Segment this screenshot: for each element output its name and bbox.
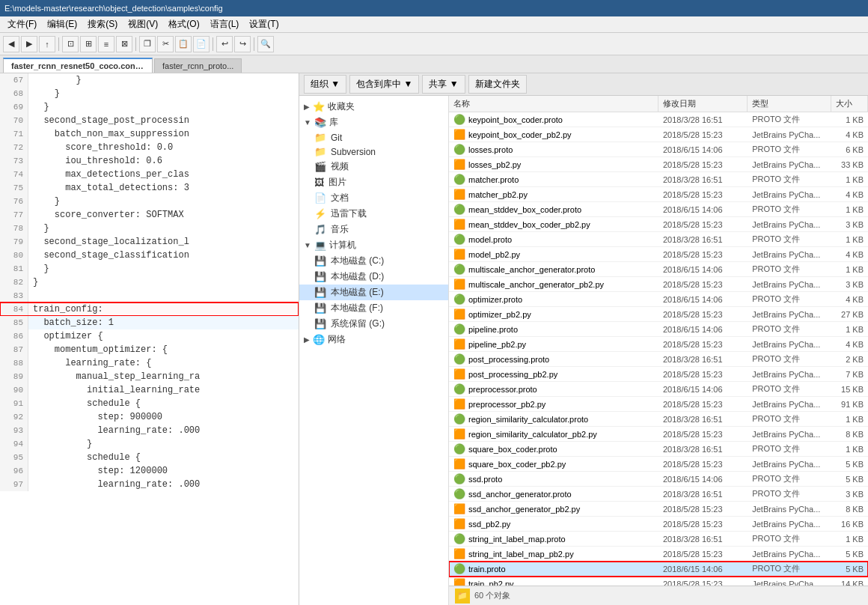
menu-settings[interactable]: 设置(T) bbox=[245, 16, 283, 32]
libraries-header[interactable]: ▼ 📚 库 bbox=[299, 115, 448, 130]
file-type: JetBrains PyCha... bbox=[748, 160, 831, 169]
file-name: 🟧 preprocessor_pb2.py bbox=[449, 398, 658, 410]
tab-2[interactable]: faster_rcnn_proto... bbox=[154, 58, 242, 73]
nav-drive-e[interactable]: 💾 本地磁盘 (E:) bbox=[299, 285, 448, 300]
file-size: 3 KB bbox=[831, 220, 868, 229]
organize-btn[interactable]: 组织 ▼ bbox=[304, 75, 346, 94]
file-row[interactable]: 🟢 optimizer.proto 2018/6/15 14:06 PROTO … bbox=[449, 292, 868, 307]
tab-1[interactable]: faster_rcnn_resnet50_coco.confi... bbox=[3, 58, 153, 73]
toolbar-btn8[interactable]: 📄 bbox=[193, 36, 210, 52]
toolbar-btn1[interactable]: ⊡ bbox=[62, 36, 79, 52]
file-type-icon: 🟢 bbox=[453, 413, 465, 425]
nav-item-images[interactable]: 🖼 图片 bbox=[299, 174, 448, 190]
add-to-lib-btn[interactable]: 包含到库中 ▼ bbox=[349, 75, 419, 94]
file-row[interactable]: 🟢 model.proto 2018/3/28 16:51 PROTO 文件 1… bbox=[449, 232, 868, 247]
favorites-icon: ⭐ bbox=[313, 101, 325, 112]
code-line: 89 manual_step_learning_ra bbox=[0, 370, 299, 383]
favorites-header[interactable]: ▶ ⭐ 收藏夹 bbox=[299, 99, 448, 115]
file-row[interactable]: 🟧 pipeline_pb2.py 2018/5/28 15:23 JetBra… bbox=[449, 337, 868, 352]
line-number: 69 bbox=[0, 100, 28, 114]
file-row[interactable]: 🟧 post_processing_pb2.py 2018/5/28 15:23… bbox=[449, 367, 868, 382]
file-row[interactable]: 🟢 matcher.proto 2018/3/28 16:51 PROTO 文件… bbox=[449, 172, 868, 187]
computer-header[interactable]: ▼ 💻 计算机 bbox=[299, 237, 448, 253]
file-row[interactable]: 🟧 model_pb2.py 2018/5/28 15:23 JetBrains… bbox=[449, 247, 868, 262]
new-folder-btn[interactable]: 新建文件夹 bbox=[468, 75, 527, 94]
file-row[interactable]: 🟧 multiscale_anchor_generator_pb2.py 201… bbox=[449, 277, 868, 292]
toolbar-forward[interactable]: ▶ bbox=[21, 36, 37, 52]
nav-item-music[interactable]: 🎵 音乐 bbox=[299, 222, 448, 237]
line-content: step: 900000 bbox=[28, 410, 162, 424]
file-row[interactable]: 🟢 mean_stddev_box_coder.proto 2018/6/15 … bbox=[449, 202, 868, 217]
file-row[interactable]: 🟢 ssd_anchor_generator.proto 2018/3/28 1… bbox=[449, 487, 868, 502]
file-row[interactable]: 🟢 region_similarity_calculator.proto 201… bbox=[449, 412, 868, 427]
nav-drive-g[interactable]: 💾 系统保留 (G:) bbox=[299, 316, 448, 332]
toolbar-btn6[interactable]: ✂ bbox=[157, 36, 174, 52]
nav-item-docs[interactable]: 📄 文档 bbox=[299, 190, 448, 206]
col-header-type[interactable]: 类型 bbox=[748, 96, 831, 112]
file-name-text: preprocessor.proto bbox=[468, 385, 537, 394]
file-row[interactable]: 🟢 square_box_coder.proto 2018/3/28 16:51… bbox=[449, 442, 868, 457]
file-row[interactable]: 🟧 region_similarity_calculator_pb2.py 20… bbox=[449, 427, 868, 442]
toolbar-btn3[interactable]: ≡ bbox=[98, 36, 114, 52]
toolbar-btn7[interactable]: 📋 bbox=[175, 36, 192, 52]
file-row[interactable]: 🟢 losses.proto 2018/6/15 14:06 PROTO 文件 … bbox=[449, 142, 868, 157]
toolbar-btn5[interactable]: ❐ bbox=[139, 36, 156, 52]
col-header-name[interactable]: 名称 bbox=[449, 96, 658, 112]
nav-item-video[interactable]: 🎬 视频 bbox=[299, 159, 448, 174]
nav-item-git[interactable]: 📁 Git bbox=[299, 130, 448, 145]
toolbar-up[interactable]: ↑ bbox=[39, 36, 55, 52]
file-type: JetBrains PyCha... bbox=[748, 340, 831, 349]
toolbar-btn10[interactable]: ↪ bbox=[234, 36, 251, 52]
file-row[interactable]: 🟢 keypoint_box_coder.proto 2018/3/28 16:… bbox=[449, 112, 868, 127]
file-list-header: 名称 修改日期 类型 大小 bbox=[449, 96, 868, 112]
menu-format[interactable]: 格式(O) bbox=[164, 16, 204, 32]
file-row[interactable]: 🟧 keypoint_box_coder_pb2.py 2018/5/28 15… bbox=[449, 127, 868, 142]
line-number: 68 bbox=[0, 87, 28, 100]
code-line: 82} bbox=[0, 276, 299, 289]
file-row[interactable]: 🟧 preprocessor_pb2.py 2018/5/28 15:23 Je… bbox=[449, 397, 868, 412]
nav-drive-f[interactable]: 💾 本地磁盘 (F:) bbox=[299, 300, 448, 316]
file-row[interactable]: 🟢 pipeline.proto 2018/6/15 14:06 PROTO 文… bbox=[449, 322, 868, 337]
col-header-date[interactable]: 修改日期 bbox=[658, 96, 748, 112]
file-row[interactable]: 🟧 matcher_pb2.py 2018/5/28 15:23 JetBrai… bbox=[449, 187, 868, 202]
file-row[interactable]: 🟧 losses_pb2.py 2018/5/28 15:23 JetBrain… bbox=[449, 157, 868, 172]
file-row[interactable]: 🟧 square_box_coder_pb2.py 2018/5/28 15:2… bbox=[449, 457, 868, 472]
file-row[interactable]: 🟧 mean_stddev_box_coder_pb2.py 2018/5/28… bbox=[449, 217, 868, 232]
file-row[interactable]: 🟢 train.proto 2018/6/15 14:06 PROTO 文件 5… bbox=[449, 562, 868, 577]
line-content: learning_rate: .000 bbox=[28, 424, 200, 437]
menu-edit[interactable]: 编辑(E) bbox=[43, 16, 82, 32]
toolbar-back[interactable]: ◀ bbox=[3, 36, 19, 52]
menu-file[interactable]: 文件(F) bbox=[3, 16, 41, 32]
file-row[interactable]: 🟢 ssd.proto 2018/6/15 14:06 PROTO 文件 5 K… bbox=[449, 472, 868, 487]
subversion-icon: 📁 bbox=[314, 146, 326, 157]
file-name: 🟢 model.proto bbox=[449, 234, 658, 245]
file-row[interactable]: 🟢 multiscale_anchor_generator.proto 2018… bbox=[449, 262, 868, 277]
menu-view[interactable]: 视图(V) bbox=[123, 16, 162, 32]
file-row[interactable]: 🟧 ssd_pb2.py 2018/5/28 15:23 JetBrains P… bbox=[449, 517, 868, 532]
nav-item-xunlei[interactable]: ⚡ 迅雷下载 bbox=[299, 206, 448, 222]
toolbar-btn4[interactable]: ⊠ bbox=[116, 36, 132, 52]
file-row[interactable]: 🟢 preprocessor.proto 2018/6/15 14:06 PRO… bbox=[449, 382, 868, 397]
file-row[interactable]: 🟢 string_int_label_map.proto 2018/3/28 1… bbox=[449, 532, 868, 547]
file-type-icon: 🟢 bbox=[453, 204, 465, 215]
toolbar-btn11[interactable]: 🔍 bbox=[257, 36, 274, 52]
nav-drive-d[interactable]: 💾 本地磁盘 (D:) bbox=[299, 269, 448, 285]
file-row[interactable]: 🟢 post_processing.proto 2018/3/28 16:51 … bbox=[449, 352, 868, 367]
code-line: 97 learning_rate: .000 bbox=[0, 478, 299, 491]
toolbar-btn9[interactable]: ↩ bbox=[216, 36, 233, 52]
file-row[interactable]: 🟧 train_pb2.py 2018/5/28 15:23 JetBrains… bbox=[449, 577, 868, 586]
file-row[interactable]: 🟧 optimizer_pb2.py 2018/5/28 15:23 JetBr… bbox=[449, 307, 868, 322]
toolbar-btn2[interactable]: ⊞ bbox=[80, 36, 97, 52]
file-row[interactable]: 🟧 ssd_anchor_generator_pb2.py 2018/5/28 … bbox=[449, 502, 868, 517]
col-header-size[interactable]: 大小 bbox=[831, 96, 868, 112]
file-name-text: train.proto bbox=[468, 565, 506, 574]
nav-drive-c[interactable]: 💾 本地磁盘 (C:) bbox=[299, 253, 448, 269]
file-size: 3 KB bbox=[831, 490, 868, 499]
file-row[interactable]: 🟧 string_int_label_map_pb2.py 2018/5/28 … bbox=[449, 547, 868, 562]
share-btn[interactable]: 共享 ▼ bbox=[422, 75, 465, 94]
menu-language[interactable]: 语言(L) bbox=[206, 16, 244, 32]
network-header[interactable]: ▶ 🌐 网络 bbox=[299, 332, 448, 347]
nav-item-subversion[interactable]: 📁 Subversion bbox=[299, 145, 448, 159]
menu-search[interactable]: 搜索(S) bbox=[83, 16, 122, 32]
code-line: 91 schedule { bbox=[0, 397, 299, 410]
